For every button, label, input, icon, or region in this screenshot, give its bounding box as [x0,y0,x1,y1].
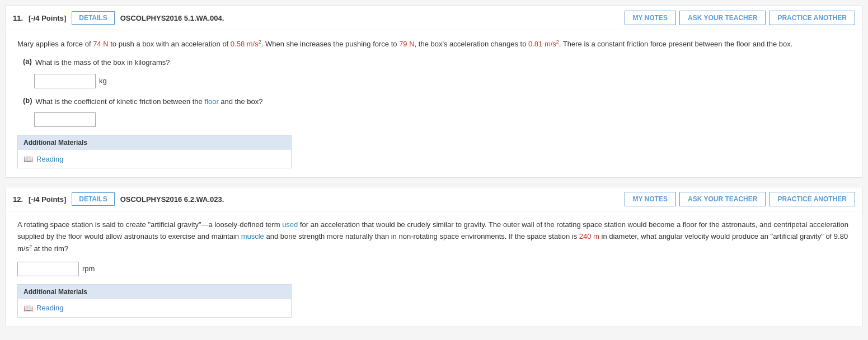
question-block-12: 12. [-/4 Points] DETAILS OSCOLPHYS2016 6… [6,187,862,327]
part-b-input[interactable] [34,112,96,127]
ask-teacher-button-12[interactable]: ASK YOUR TEACHER [679,192,766,206]
additional-materials-11: Additional Materials 📖 Reading [17,135,292,168]
additional-materials-body-11: 📖 Reading [18,150,291,168]
practice-another-button-12[interactable]: PRACTICE ANOTHER [769,192,855,206]
question-number-12: 12. [13,195,23,204]
question-text-11: Mary applies a force of 74 N to push a b… [17,38,851,50]
book-icon-12: 📖 [24,304,33,313]
part-b-row: (b) What is the coefficient of kinetic f… [17,96,851,107]
page-container: 11. [-/4 Points] DETAILS OSCOLPHYS2016 5… [0,0,868,340]
q11-force1: 74 N [93,40,108,48]
additional-materials-12: Additional Materials 📖 Reading [17,284,292,318]
part-a-unit: kg [99,77,107,85]
my-notes-button-12[interactable]: MY NOTES [625,192,676,206]
details-button-12[interactable]: DETAILS [72,192,114,206]
q11-force2: 79 N [399,40,414,48]
q11-accel2: 0.81 m/s2 [528,40,559,48]
q11-text-5: . There is a constant friction force pre… [559,40,792,48]
question-body-12: A rotating space station is said to crea… [6,211,862,327]
q12-diameter: 240 m [579,232,599,240]
additional-materials-header-12: Additional Materials [18,285,291,299]
q11-text-3: . When she increases the pushing force t… [261,40,399,48]
part-b-input-row [17,112,851,127]
additional-materials-header-11: Additional Materials [18,135,291,150]
q11-text-2: to push a box with an acceleration of [109,40,231,48]
q11-text-4: , the box's acceleration changes to [415,40,528,48]
part-a-question: What is the mass of the box in kilograms… [35,57,170,68]
question-text-12: A rotating space station is said to crea… [17,219,851,255]
q11-text-1: Mary applies a force of [17,40,93,48]
book-icon-11: 📖 [24,154,33,163]
practice-another-button-11[interactable]: PRACTICE ANOTHER [769,11,855,25]
part-b-label: (b) [23,96,32,105]
q11-accel1: 0.58 m/s2 [231,40,261,48]
reading-label-12: Reading [36,304,63,312]
rpm-unit: rpm [82,265,95,273]
question-points-11: [-/4 Points] [29,14,66,22]
reading-link-11[interactable]: 📖 Reading [24,154,285,163]
reading-link-12[interactable]: 📖 Reading [24,304,285,313]
question-number-11: 11. [13,14,23,22]
my-notes-button-11[interactable]: MY NOTES [625,11,676,25]
question-block-11: 11. [-/4 Points] DETAILS OSCOLPHYS2016 5… [6,6,862,178]
additional-materials-body-12: 📖 Reading [18,299,291,317]
rpm-row: rpm [17,262,851,276]
part-a-row: (a) What is the mass of the box in kilog… [17,57,851,68]
question-header-12: 12. [-/4 Points] DETAILS OSCOLPHYS2016 6… [6,187,862,211]
question-header-11: 11. [-/4 Points] DETAILS OSCOLPHYS2016 5… [6,6,862,30]
question-code-12: OSCOLPHYS2016 6.2.WA.023. [120,195,619,204]
details-button-11[interactable]: DETAILS [72,11,114,25]
part-a-input[interactable] [34,74,96,88]
question-points-12: [-/4 Points] [29,195,66,204]
rpm-input[interactable] [17,262,79,276]
part-a-input-row: kg [17,74,851,88]
part-a-label: (a) [23,57,32,65]
part-b-question: What is the coefficient of kinetic frict… [36,96,263,107]
header-actions-12: MY NOTES ASK YOUR TEACHER PRACTICE ANOTH… [625,192,856,206]
ask-teacher-button-11[interactable]: ASK YOUR TEACHER [679,11,766,25]
question-body-11: Mary applies a force of 74 N to push a b… [6,30,862,177]
question-code-11: OSCOLPHYS2016 5.1.WA.004. [120,14,619,22]
header-actions-11: MY NOTES ASK YOUR TEACHER PRACTICE ANOTH… [625,11,856,25]
reading-label-11: Reading [36,155,63,163]
